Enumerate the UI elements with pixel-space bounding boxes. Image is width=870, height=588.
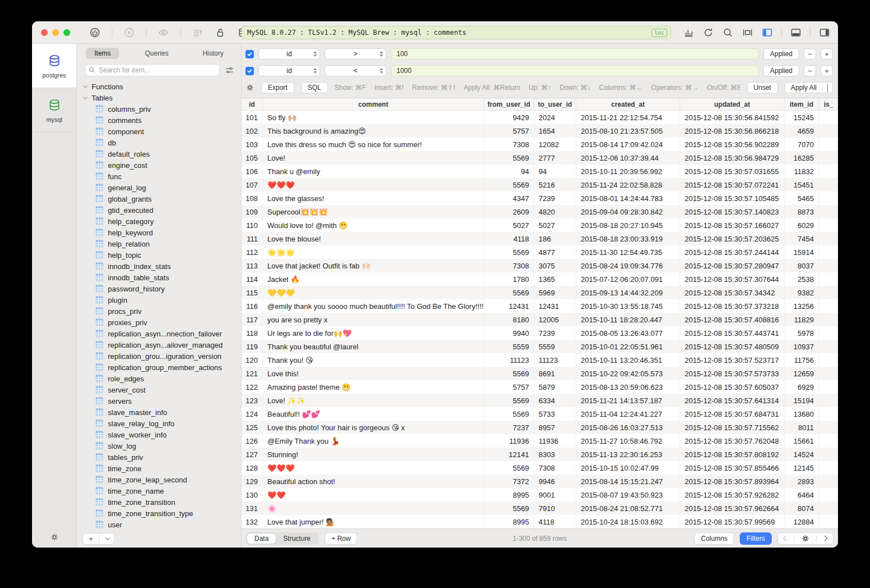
connect-icon[interactable] <box>89 27 101 38</box>
cell-from-user-id[interactable]: 5569 <box>484 394 534 407</box>
table-row[interactable]: 111Love the blouse!41181862015-08-18 23:… <box>242 232 838 245</box>
cell-id[interactable]: 112 <box>242 245 263 259</box>
cell-id[interactable]: 126 <box>242 434 263 448</box>
cell-item-id[interactable]: 6029 <box>785 218 819 232</box>
columns-button[interactable]: Columns <box>694 532 734 545</box>
cell-item-id[interactable]: 5978 <box>785 326 819 340</box>
toggle-left-sidebar-icon[interactable] <box>762 27 773 38</box>
settings-gear-icon[interactable] <box>49 532 59 542</box>
cell-updated-at[interactable]: 2015-12-08 15:30:57.855466 <box>680 461 785 475</box>
cell-is[interactable] <box>819 165 838 178</box>
cell-from-user-id[interactable]: 5559 <box>484 340 534 353</box>
cell-id[interactable]: 115 <box>242 286 263 299</box>
cell-from-user-id[interactable]: 5757 <box>484 124 534 138</box>
cell-updated-at[interactable]: 2015-12-08 15:30:57.523717 <box>680 353 785 367</box>
cell-comment[interactable]: Love the glasses! <box>263 192 484 205</box>
table-row[interactable]: 105Love!556927772015-12-06 10:37:39.4420… <box>242 151 838 165</box>
disconnect-icon[interactable] <box>124 27 135 38</box>
table-row[interactable]: 109Supercool💥💥💥260948202015-09-04 09:28:… <box>242 205 838 218</box>
cell-created-at[interactable]: 2015-08-01 14:24:44.783 <box>576 192 680 205</box>
cell-to-user-id[interactable]: 5027 <box>534 218 576 232</box>
table-row[interactable]: 122Amazing pastel theme 😬575758792015-08… <box>242 380 838 394</box>
cell-updated-at[interactable]: 2015-12-08 15:30:57.684731 <box>680 407 785 421</box>
cell-id[interactable]: 123 <box>242 394 263 407</box>
cell-from-user-id[interactable]: 12431 <box>484 299 534 313</box>
cell-created-at[interactable]: 2015-11-24 22:02:58.828 <box>576 178 680 192</box>
filter-tune-icon[interactable] <box>225 66 234 75</box>
cell-created-at[interactable]: 2015-10-11 13:20:46.351 <box>576 353 680 367</box>
cell-id[interactable]: 113 <box>242 259 263 272</box>
sidebar-item-table[interactable]: engine_cost <box>84 159 241 171</box>
sidebar-item-table[interactable]: servers <box>84 395 241 407</box>
cell-from-user-id[interactable]: 8995 <box>484 515 534 528</box>
table-row[interactable]: 103Love this dress so much 😍 so nice for… <box>242 138 838 151</box>
cell-updated-at[interactable]: 2015-12-08 15:30:57.962664 <box>680 502 785 515</box>
cell-updated-at[interactable]: 2015-12-08 15:30:57.072241 <box>680 178 785 192</box>
cell-to-user-id[interactable]: 186 <box>534 232 576 245</box>
cell-is[interactable] <box>819 380 838 394</box>
cell-updated-at[interactable]: 2015-12-08 15:30:57.408816 <box>680 313 785 326</box>
cell-item-id[interactable]: 12145 <box>785 461 819 475</box>
cell-to-user-id[interactable]: 4877 <box>534 245 576 259</box>
table-row[interactable]: 114Jacket 🔥178013652015-07-12 06:20:07.0… <box>242 272 838 286</box>
table-row[interactable]: 129Beautiful action shot!737299462015-08… <box>242 475 838 488</box>
cell-from-user-id[interactable]: 5569 <box>484 245 534 259</box>
cell-item-id[interactable]: 13256 <box>785 299 819 313</box>
cell-created-at[interactable]: 2015-08-05 13:26:43.077 <box>576 326 680 340</box>
sidebar-item-table[interactable]: server_cost <box>84 384 241 395</box>
cell-is[interactable] <box>819 138 838 151</box>
cell-is[interactable] <box>819 205 838 218</box>
cell-created-at[interactable]: 2015-11-21 14:13:57.187 <box>576 394 680 407</box>
cell-is[interactable] <box>819 421 838 434</box>
table-row[interactable]: 110Would love to! @mith 😬502750272015-08… <box>242 218 838 232</box>
sidebar-item-table[interactable]: time_zone_name <box>84 485 241 496</box>
cell-item-id[interactable]: 15451 <box>785 178 819 192</box>
cell-id[interactable]: 125 <box>242 421 263 434</box>
column-header-is[interactable]: is_ <box>819 98 838 110</box>
cell-comment[interactable]: ❤️❤️ <box>263 488 484 502</box>
cell-id[interactable]: 116 <box>242 299 263 313</box>
cell-to-user-id[interactable]: 7239 <box>534 326 576 340</box>
cell-item-id[interactable]: 2893 <box>785 475 819 488</box>
cell-from-user-id[interactable]: 4347 <box>484 192 534 205</box>
cell-created-at[interactable]: 2015-07-12 06:20:07.091 <box>576 272 680 286</box>
cell-to-user-id[interactable]: 5969 <box>534 286 576 299</box>
cell-from-user-id[interactable]: 5757 <box>484 380 534 394</box>
table-row[interactable]: 132Love that jumper! 💁🏽899541182015-10-2… <box>242 515 838 528</box>
cell-is[interactable] <box>819 245 838 259</box>
cell-is[interactable] <box>819 448 838 461</box>
cell-id[interactable]: 118 <box>242 326 263 340</box>
close-window-button[interactable] <box>41 29 48 36</box>
cell-created-at[interactable]: 2015-12-06 10:37:39.44 <box>576 151 680 165</box>
cell-from-user-id[interactable]: 2609 <box>484 205 534 218</box>
add-item-menu-button[interactable] <box>99 534 114 544</box>
cell-updated-at[interactable]: 2015-12-08 15:30:57.244144 <box>680 245 785 259</box>
sidebar-item-table[interactable]: help_keyword <box>84 227 241 238</box>
cell-from-user-id[interactable]: 4118 <box>484 232 534 245</box>
connection-title-field[interactable]: MySQL 8.0.27 : TLSv1.2 : MySQL Brew : my… <box>242 26 671 39</box>
column-header-item-id[interactable]: item_id <box>785 98 819 110</box>
cell-id[interactable]: 130 <box>242 488 263 502</box>
cell-from-user-id[interactable]: 7237 <box>484 421 534 434</box>
table-row[interactable]: 112🌟🌟🌟556948772015-11-30 12:54:49.735201… <box>242 245 838 259</box>
cell-item-id[interactable]: 8873 <box>785 205 819 218</box>
cell-updated-at[interactable]: 2015-12-08 15:30:57.140823 <box>680 205 785 218</box>
cell-is[interactable] <box>819 299 838 313</box>
table-row[interactable]: 118Ur legs are to die for🙌💖994072392015-… <box>242 326 838 340</box>
cell-comment[interactable]: 💛💛💛 <box>263 286 484 299</box>
cell-comment[interactable]: Love that jacket! Outfit is fab 🙌🏻 <box>263 259 484 272</box>
cell-from-user-id[interactable]: 5569 <box>484 286 534 299</box>
sidebar-item-table[interactable]: plugin <box>84 294 241 306</box>
cell-to-user-id[interactable]: 7308 <box>534 461 576 475</box>
table-row[interactable]: 121Love this!556986912015-10-22 09:42:05… <box>242 367 838 380</box>
cell-created-at[interactable]: 2015-09-13 14:44:32.209 <box>576 286 680 299</box>
sidebar-item-table[interactable]: slave_relay_log_info <box>84 418 241 429</box>
cell-item-id[interactable]: 13680 <box>785 407 819 421</box>
sql-preview-button[interactable]: SQL <box>301 82 328 93</box>
cell-from-user-id[interactable]: 94 <box>484 165 534 178</box>
cell-from-user-id[interactable]: 7372 <box>484 475 534 488</box>
filters-button[interactable]: Filters <box>740 532 772 545</box>
cell-comment[interactable]: 🌸 <box>263 502 484 515</box>
cell-comment[interactable]: @Emily Thank you 💃 <box>263 434 484 448</box>
page-settings-button[interactable] <box>795 533 816 544</box>
